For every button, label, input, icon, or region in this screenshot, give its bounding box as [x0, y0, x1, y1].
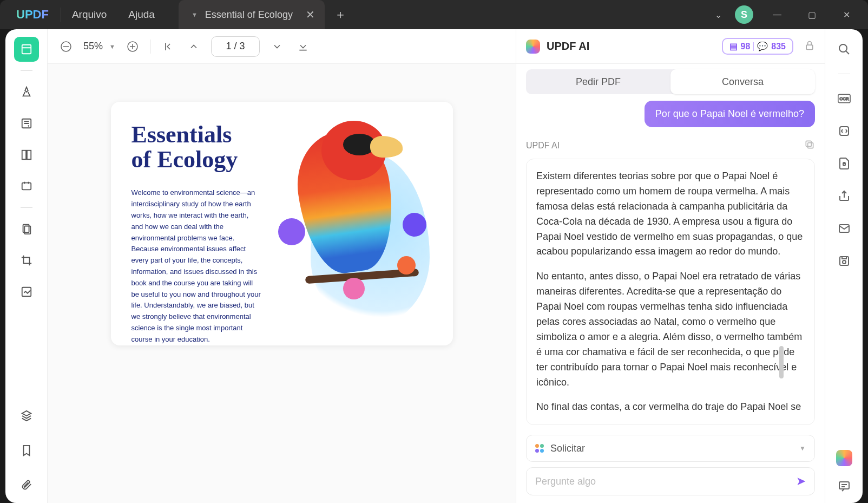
- doc-credit-icon: ▤: [729, 41, 738, 51]
- svg-rect-4: [22, 183, 31, 190]
- tab-dropdown-icon[interactable]: ▼: [192, 11, 198, 18]
- prompt-templates-button[interactable]: Solicitar ▼: [526, 435, 815, 462]
- save-button[interactable]: [834, 251, 854, 271]
- close-button[interactable]: ✕: [836, 4, 857, 25]
- titlebar-dropdown-icon[interactable]: ⌄: [715, 10, 722, 20]
- search-button[interactable]: [834, 39, 854, 60]
- page-number-input[interactable]: [211, 36, 260, 57]
- email-button[interactable]: [834, 218, 854, 239]
- zoom-in-button[interactable]: [124, 38, 141, 55]
- doc-illustration: [270, 122, 432, 325]
- document-viewer: 55% ▼ Essentials of Ecology Welcome to: [48, 29, 516, 503]
- solicit-label: Solicitar: [550, 443, 585, 454]
- new-tab-button[interactable]: ＋: [334, 6, 346, 23]
- redact-tool-button[interactable]: [14, 279, 39, 304]
- comments-panel-button[interactable]: [834, 476, 854, 497]
- highlight-tool-button[interactable]: [14, 80, 39, 104]
- templates-icon: [535, 444, 544, 453]
- ai-credits[interactable]: ▤ 98 💬 835: [722, 38, 794, 55]
- svg-rect-11: [808, 143, 813, 148]
- ai-response-label: UPDF AI: [526, 141, 560, 151]
- form-tool-button[interactable]: [14, 174, 39, 199]
- pdf-page: Essentials of Ecology Welcome to environ…: [111, 102, 453, 345]
- ai-input-container: ➤: [526, 467, 815, 495]
- minimize-button[interactable]: —: [766, 4, 788, 25]
- ai-assistant-icon[interactable]: [836, 450, 852, 466]
- ai-conversation[interactable]: Por que o Papai Noel é vermelho? UPDF AI…: [516, 101, 825, 429]
- doc-credit-value: 98: [741, 42, 751, 51]
- svg-rect-12: [806, 141, 811, 146]
- ai-panel-title: UPDF AI: [547, 40, 715, 53]
- doc-title-line2: of Ecology: [131, 146, 238, 173]
- ai-panel: UPDF AI ▤ 98 💬 835 Pedir PDF Conversa Po…: [516, 29, 825, 503]
- app-logo: UPDF: [4, 8, 61, 22]
- tab-close-icon[interactable]: ✕: [306, 8, 315, 21]
- organize-pages-button[interactable]: [14, 217, 39, 241]
- last-page-button[interactable]: [294, 38, 312, 55]
- document-tab[interactable]: ▼ Essential of Ecology ✕: [179, 0, 325, 29]
- reader-mode-button[interactable]: [14, 37, 39, 62]
- svg-text:OCR: OCR: [839, 96, 849, 101]
- left-sidebar: [5, 29, 48, 503]
- tab-pedir-pdf[interactable]: Pedir PDF: [526, 69, 670, 94]
- ai-question-input[interactable]: [535, 476, 796, 487]
- titlebar: UPDF Arquivo Ajuda ▼ Essential of Ecolog…: [0, 0, 868, 29]
- share-button[interactable]: [834, 186, 854, 206]
- chat-credit-value: 835: [771, 42, 786, 51]
- ai-tabs: Pedir PDF Conversa: [526, 69, 815, 94]
- svg-rect-2: [22, 151, 25, 160]
- svg-point-20: [843, 260, 846, 264]
- attachment-button[interactable]: [14, 473, 39, 498]
- ai-response-p1: Existem diferentes teorias sobre por que…: [536, 169, 805, 259]
- maximize-button[interactable]: ▢: [801, 4, 823, 25]
- lock-icon[interactable]: [804, 40, 815, 53]
- doc-body-text: Welcome to environmental science—an inte…: [131, 187, 261, 345]
- tab-title: Essential of Ecology: [205, 9, 293, 21]
- doc-title-line1: Essentials: [131, 121, 232, 148]
- layers-button[interactable]: [14, 403, 39, 428]
- prev-page-button[interactable]: [185, 38, 202, 55]
- convert-button[interactable]: [834, 121, 854, 141]
- document-canvas[interactable]: Essentials of Ecology Welcome to environ…: [48, 64, 516, 503]
- user-message: Por que o Papai Noel é vermelho?: [645, 101, 815, 127]
- ai-response-p3: No final das contas, a cor vermelha do t…: [536, 400, 805, 415]
- ai-response-p2: No entanto, antes disso, o Papai Noel er…: [536, 269, 805, 390]
- svg-rect-3: [27, 151, 30, 160]
- send-button[interactable]: ➤: [796, 474, 806, 488]
- zoom-level: 55%: [83, 41, 103, 52]
- ai-header: UPDF AI ▤ 98 💬 835: [516, 29, 825, 64]
- ocr-button[interactable]: OCR: [834, 88, 854, 109]
- chat-credit-icon: 💬: [757, 41, 768, 51]
- zoom-out-button[interactable]: [57, 38, 75, 55]
- svg-rect-0: [22, 45, 31, 54]
- viewer-toolbar: 55% ▼: [48, 29, 516, 64]
- tab-conversa[interactable]: Conversa: [670, 69, 815, 94]
- protect-button[interactable]: [834, 153, 854, 174]
- updf-ai-logo-icon: [526, 40, 540, 54]
- svg-rect-10: [806, 45, 813, 49]
- copy-response-button[interactable]: [804, 139, 815, 152]
- menu-arquivo[interactable]: Arquivo: [61, 8, 117, 22]
- first-page-button[interactable]: [159, 38, 176, 55]
- scrollbar[interactable]: [779, 346, 784, 378]
- solicit-dropdown-icon: ▼: [799, 445, 806, 452]
- bookmark-button[interactable]: [14, 438, 39, 463]
- right-sidebar: OCR: [825, 29, 863, 503]
- ai-response: Existem diferentes teorias sobre por que…: [526, 159, 815, 425]
- avatar[interactable]: S: [735, 5, 753, 24]
- annotate-tool-button[interactable]: [14, 111, 39, 136]
- next-page-button[interactable]: [268, 38, 286, 55]
- svg-point-13: [839, 44, 847, 52]
- page-layout-button[interactable]: [14, 142, 39, 167]
- menu-ajuda[interactable]: Ajuda: [117, 8, 166, 22]
- crop-tool-button[interactable]: [14, 248, 39, 273]
- zoom-dropdown-icon[interactable]: ▼: [109, 43, 115, 50]
- svg-rect-21: [839, 482, 849, 489]
